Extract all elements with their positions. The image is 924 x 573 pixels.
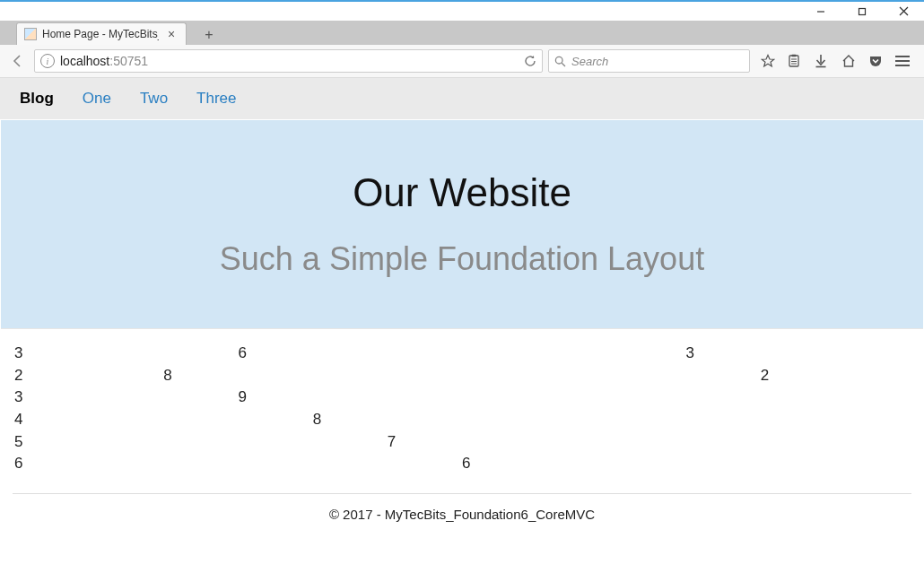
grid-row: 48 [14, 409, 910, 431]
toolbar-icons [755, 54, 917, 68]
grid-cell: 3 [14, 386, 239, 409]
grid-cell: 4 [14, 409, 313, 431]
minimize-button[interactable] [800, 2, 841, 21]
grid-cell: 6 [239, 343, 686, 365]
hero-title: Our Website [19, 170, 905, 215]
menu-button[interactable] [895, 56, 911, 66]
search-icon [554, 56, 566, 67]
grid-row: 66 [14, 453, 910, 475]
nav-link-one[interactable]: One [83, 90, 111, 108]
svg-rect-1 [859, 8, 866, 14]
browser-tab[interactable]: Home Page - MyTecBits_Fou × [16, 22, 187, 45]
site-brand[interactable]: Blog [20, 90, 54, 108]
pocket-icon[interactable] [868, 54, 885, 68]
search-placeholder: Search [571, 55, 608, 68]
download-icon[interactable] [815, 54, 831, 68]
grid-row: 282 [14, 365, 910, 387]
tab-strip: Home Page - MyTecBits_Fou × + [0, 21, 924, 45]
page-favicon [24, 28, 37, 40]
grid-row: 39 [14, 386, 910, 409]
grid-row: 57 [14, 431, 910, 454]
grid-cell: 8 [163, 365, 760, 387]
reload-icon[interactable] [524, 55, 536, 67]
url-host: localhost [60, 54, 109, 68]
maximize-button[interactable] [841, 2, 883, 21]
site-nav: Blog One Two Three [0, 78, 924, 119]
grid-cell: 7 [388, 431, 910, 454]
nav-link-two[interactable]: Two [140, 90, 168, 108]
grid-cell: 6 [462, 453, 910, 475]
url-port: :50751 [109, 54, 148, 68]
hero-subtitle: Such a Simple Foundation Layout [19, 240, 905, 278]
grid-cell: 8 [313, 409, 910, 431]
search-field[interactable]: Search [548, 49, 750, 73]
url-text: localhost:50751 [60, 54, 519, 68]
grid-cell: 9 [239, 386, 911, 409]
nav-link-three[interactable]: Three [196, 90, 236, 108]
svg-point-4 [555, 56, 562, 64]
grid-cell: 5 [14, 431, 388, 454]
grid-cell: 2 [761, 365, 910, 387]
grid-cell: 3 [14, 343, 239, 365]
grid-cell: 2 [14, 365, 163, 387]
site-info-icon[interactable]: i [40, 54, 55, 68]
grid-cell: 3 [686, 343, 911, 365]
svg-line-5 [562, 63, 565, 66]
hero-section: Our Website Such a Simple Foundation Lay… [1, 120, 923, 329]
new-tab-button[interactable]: + [197, 25, 221, 45]
tab-title: Home Page - MyTecBits_Fou [42, 28, 159, 40]
close-window-button[interactable] [883, 2, 924, 21]
window-titlebar [0, 2, 924, 21]
home-icon[interactable] [841, 54, 858, 68]
back-button[interactable] [7, 50, 29, 72]
hamburger-icon [895, 56, 910, 66]
address-bar[interactable]: i localhost:50751 [34, 49, 543, 73]
grid-cell: 6 [14, 453, 462, 475]
svg-rect-7 [792, 55, 797, 57]
close-tab-icon[interactable]: × [164, 28, 179, 40]
grid-row: 363 [14, 343, 910, 365]
browser-toolbar: i localhost:50751 Search [0, 45, 924, 78]
footer-text: © 2017 - MyTecBits_Foundation6_CoreMVC [0, 494, 924, 534]
window-controls [800, 2, 924, 21]
bookmark-star-icon[interactable] [761, 54, 777, 68]
clipboard-icon[interactable] [788, 54, 804, 68]
grid-demo: 36328239485766 [0, 330, 924, 484]
